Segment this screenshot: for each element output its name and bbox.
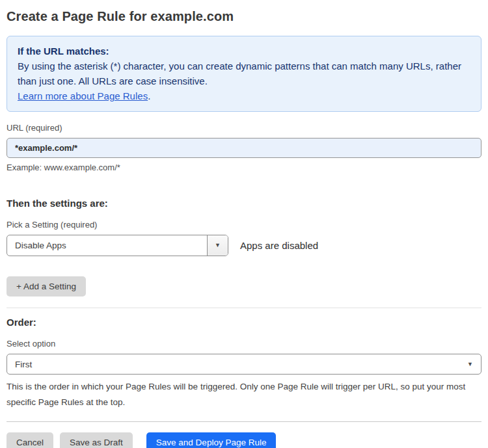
section-divider bbox=[7, 308, 481, 308]
save-as-draft-button[interactable]: Save as Draft bbox=[60, 432, 133, 448]
order-select-value: First bbox=[15, 360, 467, 369]
setting-dropdown-value: Disable Apps bbox=[7, 235, 207, 256]
page-title: Create a Page Rule for example.com bbox=[7, 9, 481, 24]
order-select[interactable]: First ▼ bbox=[7, 354, 481, 375]
order-section-heading: Order: bbox=[7, 317, 481, 328]
add-setting-button[interactable]: + Add a Setting bbox=[7, 276, 86, 296]
setting-status-text: Apps are disabled bbox=[240, 240, 318, 251]
url-field-helper: Example: www.example.com/* bbox=[7, 163, 481, 172]
setting-picker-label: Pick a Setting (required) bbox=[7, 220, 481, 230]
learn-more-link[interactable]: Learn more about Page Rules bbox=[18, 90, 148, 101]
info-box-body-text: By using the asterisk (*) character, you… bbox=[18, 60, 461, 86]
save-and-deploy-button[interactable]: Save and Deploy Page Rule bbox=[146, 432, 277, 448]
setting-dropdown[interactable]: Disable Apps ▼ bbox=[7, 235, 228, 256]
order-select-label: Select option bbox=[7, 339, 481, 349]
setting-dropdown-caret-button[interactable]: ▼ bbox=[207, 235, 228, 256]
create-page-rule-panel: Create a Page Rule for example.com If th… bbox=[0, 0, 488, 448]
footer-actions: Cancel Save as Draft Save and Deploy Pag… bbox=[7, 432, 481, 448]
chevron-down-icon: ▼ bbox=[467, 362, 473, 367]
info-box-link-line: Learn more about Page Rules. bbox=[18, 88, 470, 103]
url-input[interactable] bbox=[7, 138, 481, 158]
chevron-down-icon: ▼ bbox=[215, 243, 221, 248]
url-field-label: URL (required) bbox=[7, 123, 481, 133]
info-box-heading: If the URL matches: bbox=[18, 44, 470, 59]
setting-row: Disable Apps ▼ Apps are disabled bbox=[7, 235, 481, 256]
info-box-body: By using the asterisk (*) character, you… bbox=[18, 59, 470, 88]
settings-section-heading: Then the settings are: bbox=[7, 198, 481, 209]
link-suffix: . bbox=[148, 90, 150, 101]
order-helper-text: This is the order in which your Page Rul… bbox=[7, 379, 475, 410]
url-match-info-box: If the URL matches: By using the asteris… bbox=[7, 36, 481, 112]
footer-divider bbox=[7, 421, 481, 422]
cancel-button[interactable]: Cancel bbox=[7, 432, 53, 448]
